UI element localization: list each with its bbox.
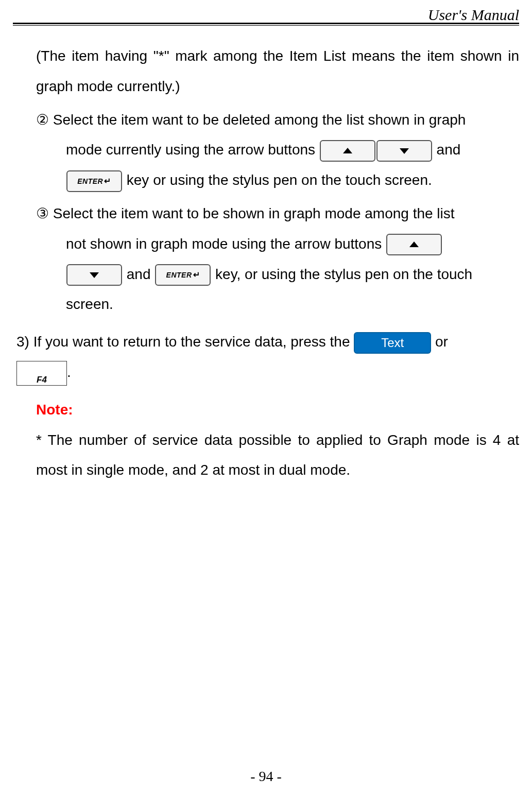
header-divider bbox=[13, 23, 519, 25]
intro-text: (The item having "*" mark among the Item… bbox=[36, 41, 519, 102]
step-2-line3: key or using the stylus pen on the touch… bbox=[66, 165, 519, 196]
step-3-line4: screen. bbox=[66, 289, 519, 320]
note-label: Note: bbox=[36, 395, 519, 425]
step-2-text-b-pre: mode currently using the arrow buttons bbox=[66, 142, 319, 158]
note-text: * The number of service data possible to… bbox=[36, 425, 519, 486]
arrow-down-icon bbox=[66, 264, 122, 286]
item-3-marker: 3) bbox=[16, 334, 29, 350]
step-2-line2: mode currently using the arrow buttons a… bbox=[66, 135, 519, 165]
page-number: - 94 - bbox=[0, 768, 532, 785]
step-3-marker: ③ bbox=[36, 205, 49, 221]
step-2-text-b-post: and bbox=[433, 142, 461, 158]
step-3-line3: and key, or using the stylus pen on the … bbox=[66, 259, 519, 290]
step-2-marker: ② bbox=[36, 112, 49, 128]
step-3-text-b: not shown in graph mode using the arrow … bbox=[66, 236, 386, 252]
step-3-text-c-mid: and bbox=[123, 266, 155, 282]
step-2-text-c: key or using the stylus pen on the touch… bbox=[123, 172, 432, 188]
f4-key-icon: F4 bbox=[16, 361, 67, 386]
step-2-line1: ② Select the item want to be deleted amo… bbox=[36, 105, 519, 135]
page: User's Manual (The item having "*" mark … bbox=[0, 0, 532, 796]
text-button-icon: Text bbox=[354, 332, 431, 354]
content-area: (The item having "*" mark among the Item… bbox=[36, 41, 519, 486]
step-2-text-a: Select the item want to be deleted among… bbox=[53, 112, 466, 128]
item-3-text-a: If you want to return to the service dat… bbox=[33, 334, 354, 350]
f4-label: F4 bbox=[37, 375, 47, 385]
item-3-line2: F4 . bbox=[16, 357, 519, 388]
step-3-text-c-post: key, or using the stylus pen on the touc… bbox=[211, 266, 472, 282]
step-3-line1: ③ Select the item want to be shown in gr… bbox=[36, 199, 519, 229]
item-3-line1: 3) If you want to return to the service … bbox=[16, 327, 519, 357]
enter-key-icon bbox=[66, 170, 122, 192]
item-3-text-b-post: . bbox=[67, 364, 71, 380]
header-title: User's Manual bbox=[428, 6, 519, 24]
arrow-down-icon bbox=[376, 140, 432, 162]
enter-key-icon bbox=[155, 264, 211, 286]
step-3-text-a: Select the item want to be shown in grap… bbox=[53, 205, 455, 221]
arrow-up-icon bbox=[320, 140, 375, 162]
step-3-line2: not shown in graph mode using the arrow … bbox=[66, 229, 519, 259]
arrow-up-icon bbox=[386, 234, 442, 255]
item-3-text-a-post: or bbox=[431, 334, 448, 350]
